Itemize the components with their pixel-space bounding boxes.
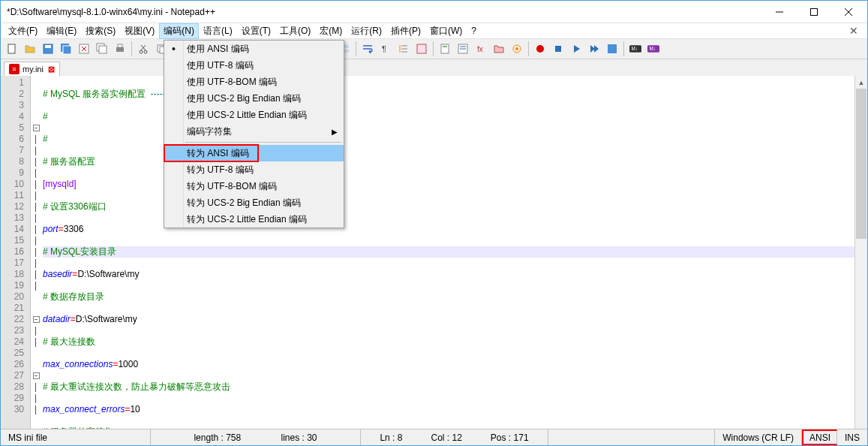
menu-encoding[interactable]: 编码(N) bbox=[159, 23, 199, 39]
status-filetype: MS ini file bbox=[1, 429, 151, 445]
vertical-scrollbar[interactable]: ▲ ▼ bbox=[854, 76, 867, 443]
menu-help[interactable]: ? bbox=[467, 24, 481, 38]
open-file-icon[interactable] bbox=[22, 41, 38, 57]
menu-to-ansi[interactable]: 转为 ANSI 编码 bbox=[164, 145, 344, 161]
function-list-icon[interactable]: fx bbox=[473, 41, 489, 57]
menu-use-ucs2le[interactable]: 使用 UCS-2 Little Endian 编码 bbox=[164, 107, 344, 123]
stop-icon[interactable] bbox=[550, 41, 566, 57]
toolbar-separator bbox=[356, 41, 356, 56]
svg-rect-15 bbox=[118, 44, 122, 47]
menu-to-utf8[interactable]: 转为 UTF-8 编码 bbox=[164, 161, 344, 178]
minimize-button[interactable] bbox=[762, 1, 797, 23]
svg-text:¶: ¶ bbox=[382, 44, 386, 53]
menu-use-ansi[interactable]: •使用 ANSI 编码 bbox=[164, 41, 344, 57]
svg-rect-54 bbox=[608, 44, 617, 53]
svg-point-16 bbox=[140, 50, 143, 53]
play-multi-icon[interactable] bbox=[586, 41, 602, 57]
folder-pane-icon[interactable] bbox=[491, 41, 507, 57]
svg-point-51 bbox=[515, 47, 518, 50]
menu-separator bbox=[185, 142, 342, 143]
svg-text:M↓: M↓ bbox=[631, 46, 638, 51]
scroll-up-icon[interactable]: ▲ bbox=[855, 76, 867, 89]
tab-bar: ≡ my.ini ⊠ bbox=[1, 59, 867, 76]
fold-toggle[interactable]: − bbox=[33, 372, 40, 379]
svg-rect-43 bbox=[417, 44, 426, 53]
menu-view[interactable]: 视图(V) bbox=[120, 23, 159, 39]
menu-tools[interactable]: 工具(O) bbox=[275, 23, 315, 39]
menu-charset[interactable]: 编码字符集▶ bbox=[164, 123, 344, 140]
menu-run[interactable]: 运行(R) bbox=[347, 23, 386, 39]
menu-search[interactable]: 搜索(S) bbox=[81, 23, 120, 39]
play-icon[interactable] bbox=[568, 41, 584, 57]
menu-to-ucs2le[interactable]: 转为 UCS-2 Little Endian 编码 bbox=[164, 211, 344, 228]
wordwrap-icon[interactable] bbox=[359, 41, 376, 57]
toolbar-separator bbox=[433, 41, 434, 56]
menu-macro[interactable]: 宏(M) bbox=[315, 23, 347, 39]
menu-language[interactable]: 语言(L) bbox=[199, 23, 237, 39]
tab-close-icon[interactable]: ⊠ bbox=[48, 65, 55, 74]
tab-label: my.ini bbox=[23, 65, 44, 74]
menu-plugins[interactable]: 插件(P) bbox=[386, 23, 425, 39]
editor-area: 12345 678910 1112131415 1617181920 21222… bbox=[1, 76, 867, 443]
md-badge-icon[interactable]: M↓ bbox=[627, 41, 644, 57]
fold-toggle[interactable]: − bbox=[33, 125, 40, 131]
fold-column: − │││││ │││││ ││││ − ││ − │││ bbox=[31, 76, 41, 443]
status-caret: Ln : 8 Col : 12 Pos : 171 bbox=[361, 429, 548, 445]
title-bar: *D:\Software\mysql-8.1.0-winx64\my.ini -… bbox=[1, 1, 867, 23]
chevron-right-icon: ▶ bbox=[332, 128, 338, 136]
lang-icon[interactable] bbox=[413, 41, 430, 57]
svg-rect-6 bbox=[45, 45, 51, 48]
close-doc-button[interactable]: ✕ bbox=[843, 25, 864, 37]
record-icon[interactable] bbox=[532, 41, 548, 57]
menu-use-ucs2be[interactable]: 使用 UCS-2 Big Endian 编码 bbox=[164, 90, 344, 107]
menu-bar: 文件(F) 编辑(E) 搜索(S) 视图(V) 编码(N) 语言(L) 设置(T… bbox=[1, 23, 867, 39]
new-file-icon[interactable] bbox=[4, 41, 20, 57]
menu-settings[interactable]: 设置(T) bbox=[237, 23, 275, 39]
svg-rect-1 bbox=[811, 8, 818, 15]
save-macro-icon[interactable] bbox=[604, 41, 620, 57]
doc-list-icon[interactable] bbox=[455, 41, 471, 57]
close-button[interactable] bbox=[831, 1, 866, 23]
svg-point-17 bbox=[144, 50, 147, 53]
scrollbar-thumb[interactable] bbox=[856, 89, 866, 239]
menu-to-ucs2be[interactable]: 转为 UCS-2 Big Endian 编码 bbox=[164, 194, 344, 211]
monitoring-icon[interactable] bbox=[509, 41, 525, 57]
show-all-chars-icon[interactable]: ¶ bbox=[377, 41, 394, 57]
svg-rect-44 bbox=[441, 44, 449, 53]
window-buttons bbox=[762, 1, 866, 23]
menu-to-utf8bom[interactable]: 转为 UTF-8-BOM 编码 bbox=[164, 178, 344, 194]
menu-use-utf8[interactable]: 使用 UTF-8 编码 bbox=[164, 57, 344, 74]
save-icon[interactable] bbox=[40, 41, 56, 57]
close-file-icon[interactable] bbox=[76, 41, 92, 57]
maximize-button[interactable] bbox=[797, 1, 831, 23]
toolbar-separator bbox=[528, 41, 529, 56]
encoding-dropdown: •使用 ANSI 编码 使用 UTF-8 编码 使用 UTF-8-BOM 编码 … bbox=[164, 40, 344, 228]
md-badge2-icon[interactable]: M↓ bbox=[645, 41, 662, 57]
menu-window[interactable]: 窗口(W) bbox=[425, 23, 467, 39]
save-all-icon[interactable] bbox=[58, 41, 74, 57]
status-eol[interactable]: Windows (CR LF) bbox=[715, 429, 802, 445]
svg-rect-45 bbox=[443, 46, 447, 47]
toolbar-separator bbox=[131, 41, 132, 56]
fold-toggle[interactable]: − bbox=[33, 316, 40, 323]
svg-rect-53 bbox=[555, 46, 561, 52]
menu-use-utf8bom[interactable]: 使用 UTF-8-BOM 编码 bbox=[164, 74, 344, 90]
cut-icon[interactable] bbox=[135, 41, 152, 57]
status-ins[interactable]: INS bbox=[837, 429, 867, 445]
menu-edit[interactable]: 编辑(E) bbox=[42, 23, 81, 39]
tab-myini[interactable]: ≡ my.ini ⊠ bbox=[4, 62, 60, 76]
svg-point-52 bbox=[536, 45, 544, 53]
status-bar: MS ini file length : 758 lines : 30 Ln :… bbox=[1, 429, 867, 445]
close-all-icon[interactable] bbox=[94, 41, 110, 57]
indent-guide-icon[interactable] bbox=[395, 41, 412, 57]
svg-rect-13 bbox=[99, 46, 107, 53]
print-icon[interactable] bbox=[112, 41, 128, 57]
toolbar: ¶ fx M↓ M↓ bbox=[1, 39, 867, 59]
status-encoding[interactable]: ANSI bbox=[802, 429, 837, 445]
svg-rect-4 bbox=[8, 44, 15, 53]
doc-map-icon[interactable] bbox=[437, 41, 453, 57]
svg-rect-8 bbox=[63, 46, 71, 54]
svg-text:fx: fx bbox=[477, 45, 483, 53]
file-dirty-icon: ≡ bbox=[9, 64, 20, 74]
menu-file[interactable]: 文件(F) bbox=[4, 23, 42, 39]
